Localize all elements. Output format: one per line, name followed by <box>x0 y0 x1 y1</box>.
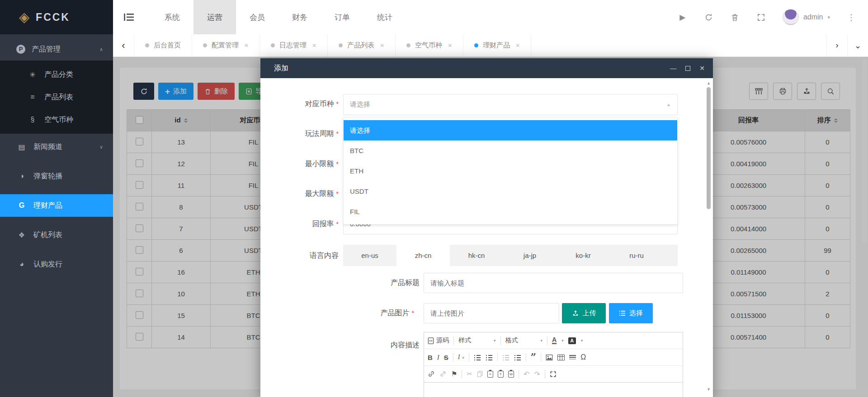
tab-close-icon[interactable]: ✕ <box>515 42 520 49</box>
upload-button-label: 上传 <box>583 309 596 318</box>
page-scrollbar[interactable] <box>863 59 867 395</box>
sidebar-item-finance-product[interactable]: G 理财产品 <box>0 194 113 217</box>
editor-toolbar-row1: 源码 样式▾ 格式▾ A▾ A▾ <box>424 332 683 349</box>
lang-tab-ru-ru[interactable]: ru-ru <box>610 245 663 266</box>
dropdown-option-btc[interactable]: BTC <box>344 140 677 161</box>
bold-button[interactable]: B <box>428 354 433 361</box>
user-menu[interactable]: admin ▾ <box>783 9 830 25</box>
paste-icon[interactable]: ≡ <box>487 371 493 378</box>
sidebar-item-product-manage[interactable]: P 产品管理 ∧ <box>0 38 113 61</box>
menu-item-operation[interactable]: 运营 <box>193 0 236 34</box>
strikethrough-button[interactable]: S <box>444 354 448 361</box>
page-scrollbar-thumb[interactable] <box>863 59 867 243</box>
tab-close-icon[interactable]: ✕ <box>448 42 452 49</box>
lang-tab-hk-cn[interactable]: hk-cn <box>450 245 503 266</box>
tab-close-icon[interactable]: ✕ <box>380 42 384 49</box>
modal-scrollbar-thumb[interactable] <box>707 87 711 209</box>
menu-item-statistics[interactable]: 统计 <box>363 0 406 34</box>
sidebar-item-news-channel[interactable]: ▤ 新闻频道 ∨ <box>0 135 113 158</box>
undo-icon[interactable]: ↶ <box>524 370 529 378</box>
modal-scroll-up-icon[interactable]: ▲ <box>707 81 711 85</box>
styles-dropdown[interactable]: 样式▾ <box>458 336 496 345</box>
tab-dot <box>145 43 149 47</box>
paste-text-icon[interactable]: T <box>498 371 504 378</box>
maximize-editor-icon[interactable] <box>550 371 557 378</box>
sidebar-item-product-list[interactable]: ≡ 产品列表 <box>0 86 113 108</box>
ordered-list-icon[interactable] <box>474 355 481 360</box>
lang-tab-ko-kr[interactable]: ko-kr <box>557 245 610 266</box>
tab-close-icon[interactable]: ✕ <box>312 42 316 49</box>
tab-air-coin[interactable]: 空气币种 ✕ <box>395 34 463 56</box>
dropdown-option-usdt[interactable]: USDT <box>344 181 677 201</box>
sidebar-item-popup-carousel[interactable]: ◑ 弹窗轮播 <box>0 165 113 187</box>
outdent-icon[interactable] <box>502 355 509 360</box>
play-icon[interactable]: ▶ <box>678 12 688 22</box>
tab-close-icon[interactable]: ✕ <box>244 42 249 49</box>
menu-item-system[interactable]: 系统 <box>151 0 193 34</box>
italic-button[interactable]: I <box>437 354 439 361</box>
lang-tab-en-us[interactable]: en-us <box>343 245 396 266</box>
menu-item-finance[interactable]: 财务 <box>278 0 321 34</box>
content-desc-label: 内容描述 <box>361 341 420 350</box>
blockquote-icon[interactable]: ” <box>531 355 537 360</box>
tabs-scroll-right-button[interactable]: › <box>826 34 847 56</box>
tab-dot <box>271 43 275 47</box>
tab-finance-product[interactable]: 理财产品 ✕ <box>463 34 531 56</box>
brand-logo[interactable]: ◈ FCCK <box>0 0 113 34</box>
anchor-flag-icon[interactable]: ⚑ <box>451 370 457 378</box>
sidebar-item-air-coin[interactable]: § 空气币种 <box>0 108 113 131</box>
tab-label: 产品列表 <box>347 41 374 50</box>
source-button[interactable]: 源码 <box>428 336 449 345</box>
tabs-scroll-left-button[interactable]: ‹ <box>113 34 134 56</box>
upload-button[interactable]: 上传 <box>562 303 606 323</box>
cut-icon[interactable]: ✂ <box>467 370 472 378</box>
required-mark: * <box>336 100 339 107</box>
format-dropdown[interactable]: 格式▾ <box>505 336 543 345</box>
editor-content-area[interactable] <box>424 383 683 397</box>
window-controls: — ✕ <box>670 65 705 71</box>
minimize-icon[interactable]: — <box>670 65 676 71</box>
menu-item-order[interactable]: 订单 <box>321 0 363 34</box>
tab-config[interactable]: 配置管理 ✕ <box>192 34 259 56</box>
dropdown-option-placeholder[interactable]: 请选择 <box>344 120 677 140</box>
lang-tab-ja-jp[interactable]: ja-jp <box>503 245 557 266</box>
maximize-icon[interactable] <box>685 66 690 71</box>
unlink-icon[interactable] <box>439 371 447 377</box>
tab-product-list[interactable]: 产品列表 ✕ <box>327 34 395 56</box>
link-icon[interactable] <box>428 371 435 377</box>
special-char-icon[interactable]: Ω <box>580 353 586 361</box>
lang-tab-zh-cn[interactable]: zh-cn <box>396 245 450 266</box>
sidebar-item-subscribe-issue[interactable]: ◕ 认购发行 <box>0 253 113 276</box>
insert-image-icon[interactable] <box>546 355 553 360</box>
bg-color-button[interactable]: A▾ <box>568 337 583 344</box>
remove-format-button[interactable]: Ix <box>458 354 464 361</box>
product-image-input[interactable] <box>424 303 559 323</box>
refresh-icon[interactable] <box>704 12 714 22</box>
choose-button[interactable]: 选择 <box>609 303 653 323</box>
sidebar-item-miner-list[interactable]: ❖ 矿机列表 <box>0 224 113 246</box>
navbar-right: ▶ admin ▾ ⋮ <box>678 9 868 25</box>
modal-scroll-down-icon[interactable]: ▼ <box>707 387 711 392</box>
indent-icon[interactable] <box>514 355 521 360</box>
dropdown-option-eth[interactable]: ETH <box>344 161 677 181</box>
trash-icon[interactable] <box>730 12 740 22</box>
fullscreen-icon[interactable] <box>756 12 766 22</box>
paste-word-icon[interactable]: W <box>508 371 514 378</box>
more-options-icon[interactable]: ⋮ <box>846 12 856 22</box>
tab-logs[interactable]: 日志管理 ✕ <box>259 34 327 56</box>
text-color-button[interactable]: A▾ <box>552 337 564 344</box>
redo-icon[interactable]: ↷ <box>534 370 540 378</box>
collapse-sidebar-button[interactable] <box>113 14 145 21</box>
insert-table-icon[interactable] <box>557 355 565 360</box>
sidebar-item-product-category[interactable]: ✳ 产品分类 <box>0 63 113 86</box>
bullet-list-icon[interactable] <box>486 355 493 360</box>
close-icon[interactable]: ✕ <box>699 65 705 71</box>
coin-select[interactable]: 请选择 ▲ <box>343 94 678 115</box>
copy-icon[interactable] <box>477 371 483 377</box>
horizontal-rule-icon[interactable] <box>569 355 576 360</box>
product-title-input[interactable] <box>424 273 683 293</box>
dropdown-option-fil[interactable]: FIL <box>344 201 677 222</box>
menu-item-member[interactable]: 会员 <box>236 0 278 34</box>
tab-home[interactable]: 后台首页 <box>134 34 192 56</box>
tabs-menu-button[interactable]: ⌄ <box>847 34 868 56</box>
